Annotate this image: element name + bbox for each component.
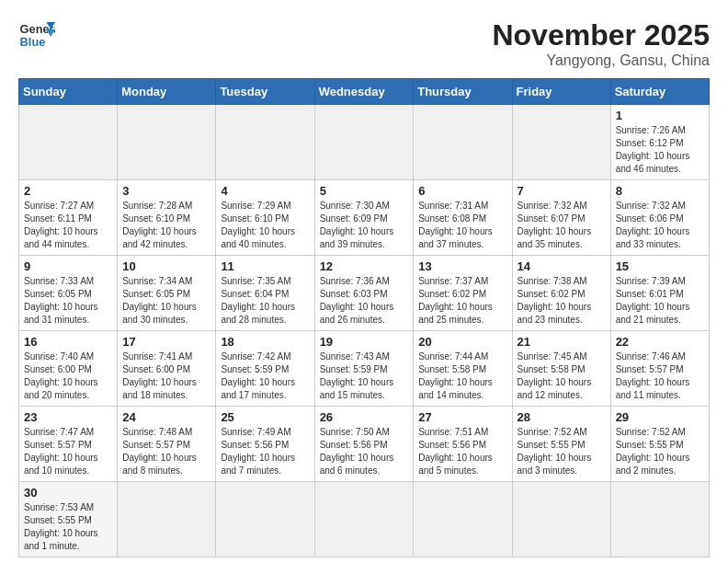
svg-text:Blue: Blue <box>20 35 46 49</box>
day-info: Sunrise: 7:38 AMSunset: 6:02 PMDaylight:… <box>518 275 606 327</box>
day-number: 15 <box>616 259 704 273</box>
location: Yangyong, Gansu, China <box>492 52 710 69</box>
page-header: General Blue November 2025 Yangyong, Gan… <box>18 18 710 69</box>
day-info: Sunrise: 7:28 AMSunset: 6:10 PMDaylight:… <box>122 200 210 251</box>
month-title: November 2025 <box>492 18 710 52</box>
calendar-cell: 17Sunrise: 7:41 AMSunset: 6:00 PMDayligh… <box>118 331 216 407</box>
day-number: 25 <box>221 410 309 424</box>
day-number: 11 <box>221 259 309 273</box>
day-info: Sunrise: 7:42 AMSunset: 5:59 PMDaylight:… <box>221 350 309 402</box>
day-number: 18 <box>221 335 309 349</box>
day-number: 5 <box>320 184 409 198</box>
calendar-cell: 9Sunrise: 7:33 AMSunset: 6:05 PMDaylight… <box>19 256 118 331</box>
day-info: Sunrise: 7:37 AMSunset: 6:02 PMDaylight:… <box>418 275 506 327</box>
calendar-row: 23Sunrise: 7:47 AMSunset: 5:57 PMDayligh… <box>19 407 710 482</box>
calendar-cell: 14Sunrise: 7:38 AMSunset: 6:02 PMDayligh… <box>512 256 610 331</box>
calendar-cell: 3Sunrise: 7:28 AMSunset: 6:10 PMDaylight… <box>118 180 216 256</box>
day-info: Sunrise: 7:33 AMSunset: 6:05 PMDaylight:… <box>24 275 112 327</box>
day-info: Sunrise: 7:39 AMSunset: 6:01 PMDaylight:… <box>616 275 704 327</box>
day-number: 23 <box>24 410 112 424</box>
calendar-cell <box>216 482 314 557</box>
day-info: Sunrise: 7:49 AMSunset: 5:56 PMDaylight:… <box>221 426 309 477</box>
calendar-cell: 27Sunrise: 7:51 AMSunset: 5:56 PMDayligh… <box>414 407 512 482</box>
day-info: Sunrise: 7:53 AMSunset: 5:55 PMDaylight:… <box>24 501 112 553</box>
calendar-cell: 5Sunrise: 7:30 AMSunset: 6:09 PMDaylight… <box>314 180 414 256</box>
day-number: 9 <box>24 259 112 273</box>
day-number: 22 <box>616 335 704 349</box>
calendar-cell <box>118 105 216 180</box>
day-info: Sunrise: 7:32 AMSunset: 6:07 PMDaylight:… <box>518 200 606 251</box>
day-info: Sunrise: 7:31 AMSunset: 6:08 PMDaylight:… <box>418 200 506 251</box>
calendar-row: 16Sunrise: 7:40 AMSunset: 6:00 PMDayligh… <box>19 331 710 407</box>
calendar-cell: 1Sunrise: 7:26 AMSunset: 6:12 PMDaylight… <box>610 105 709 180</box>
day-info: Sunrise: 7:52 AMSunset: 5:55 PMDaylight:… <box>616 426 704 477</box>
calendar-cell <box>314 105 414 180</box>
day-number: 13 <box>418 259 506 273</box>
weekday-header-sunday: Sunday <box>19 79 118 105</box>
title-area: November 2025 Yangyong, Gansu, China <box>492 18 710 69</box>
calendar-cell: 4Sunrise: 7:29 AMSunset: 6:10 PMDaylight… <box>216 180 314 256</box>
day-number: 14 <box>518 259 606 273</box>
day-number: 1 <box>616 109 704 122</box>
day-info: Sunrise: 7:29 AMSunset: 6:10 PMDaylight:… <box>221 200 309 251</box>
day-number: 17 <box>122 335 210 349</box>
calendar-cell: 18Sunrise: 7:42 AMSunset: 5:59 PMDayligh… <box>216 331 314 407</box>
day-info: Sunrise: 7:48 AMSunset: 5:57 PMDaylight:… <box>122 426 210 477</box>
day-info: Sunrise: 7:41 AMSunset: 6:00 PMDaylight:… <box>122 350 210 402</box>
day-info: Sunrise: 7:32 AMSunset: 6:06 PMDaylight:… <box>616 200 704 251</box>
weekday-header-row: SundayMondayTuesdayWednesdayThursdayFrid… <box>19 79 710 105</box>
calendar-cell: 8Sunrise: 7:32 AMSunset: 6:06 PMDaylight… <box>610 180 709 256</box>
day-info: Sunrise: 7:34 AMSunset: 6:05 PMDaylight:… <box>122 275 210 327</box>
calendar-cell: 30Sunrise: 7:53 AMSunset: 5:55 PMDayligh… <box>19 482 118 557</box>
calendar-cell: 2Sunrise: 7:27 AMSunset: 6:11 PMDaylight… <box>19 180 118 256</box>
calendar-cell <box>216 105 314 180</box>
calendar-cell: 21Sunrise: 7:45 AMSunset: 5:58 PMDayligh… <box>512 331 610 407</box>
day-info: Sunrise: 7:44 AMSunset: 5:58 PMDaylight:… <box>418 350 506 402</box>
day-number: 8 <box>616 184 704 198</box>
calendar-cell: 20Sunrise: 7:44 AMSunset: 5:58 PMDayligh… <box>414 331 512 407</box>
weekday-header-monday: Monday <box>118 79 216 105</box>
calendar-cell: 6Sunrise: 7:31 AMSunset: 6:08 PMDaylight… <box>414 180 512 256</box>
calendar-cell: 29Sunrise: 7:52 AMSunset: 5:55 PMDayligh… <box>610 407 709 482</box>
day-number: 16 <box>24 335 112 349</box>
day-info: Sunrise: 7:52 AMSunset: 5:55 PMDaylight:… <box>518 426 606 477</box>
day-number: 2 <box>24 184 112 198</box>
calendar-row: 2Sunrise: 7:27 AMSunset: 6:11 PMDaylight… <box>19 180 710 256</box>
calendar-cell: 11Sunrise: 7:35 AMSunset: 6:04 PMDayligh… <box>216 256 314 331</box>
calendar-cell: 7Sunrise: 7:32 AMSunset: 6:07 PMDaylight… <box>512 180 610 256</box>
day-number: 26 <box>320 410 409 424</box>
calendar-cell: 16Sunrise: 7:40 AMSunset: 6:00 PMDayligh… <box>19 331 118 407</box>
calendar-cell <box>512 482 610 557</box>
day-number: 28 <box>518 410 606 424</box>
calendar-cell: 10Sunrise: 7:34 AMSunset: 6:05 PMDayligh… <box>118 256 216 331</box>
day-info: Sunrise: 7:43 AMSunset: 5:59 PMDaylight:… <box>320 350 409 402</box>
day-info: Sunrise: 7:35 AMSunset: 6:04 PMDaylight:… <box>221 275 309 327</box>
day-info: Sunrise: 7:46 AMSunset: 5:57 PMDaylight:… <box>616 350 704 402</box>
calendar-cell: 23Sunrise: 7:47 AMSunset: 5:57 PMDayligh… <box>19 407 118 482</box>
day-number: 19 <box>320 335 409 349</box>
calendar-cell: 24Sunrise: 7:48 AMSunset: 5:57 PMDayligh… <box>118 407 216 482</box>
weekday-header-saturday: Saturday <box>610 79 709 105</box>
day-number: 30 <box>24 486 112 500</box>
day-number: 20 <box>418 335 506 349</box>
calendar-cell: 12Sunrise: 7:36 AMSunset: 6:03 PMDayligh… <box>314 256 414 331</box>
calendar-cell: 15Sunrise: 7:39 AMSunset: 6:01 PMDayligh… <box>610 256 709 331</box>
calendar-cell: 25Sunrise: 7:49 AMSunset: 5:56 PMDayligh… <box>216 407 314 482</box>
day-number: 29 <box>616 410 704 424</box>
calendar-cell <box>118 482 216 557</box>
day-number: 3 <box>122 184 210 198</box>
day-info: Sunrise: 7:27 AMSunset: 6:11 PMDaylight:… <box>24 200 112 251</box>
weekday-header-tuesday: Tuesday <box>216 79 314 105</box>
calendar-table: SundayMondayTuesdayWednesdayThursdayFrid… <box>18 78 710 557</box>
day-number: 21 <box>518 335 606 349</box>
day-number: 7 <box>518 184 606 198</box>
calendar-row: 9Sunrise: 7:33 AMSunset: 6:05 PMDaylight… <box>19 256 710 331</box>
day-info: Sunrise: 7:51 AMSunset: 5:56 PMDaylight:… <box>418 426 506 477</box>
calendar-cell: 19Sunrise: 7:43 AMSunset: 5:59 PMDayligh… <box>314 331 414 407</box>
day-info: Sunrise: 7:30 AMSunset: 6:09 PMDaylight:… <box>320 200 409 251</box>
day-number: 4 <box>221 184 309 198</box>
day-number: 10 <box>122 259 210 273</box>
weekday-header-thursday: Thursday <box>414 79 512 105</box>
weekday-header-wednesday: Wednesday <box>314 79 414 105</box>
logo-icon: General Blue <box>18 18 55 52</box>
